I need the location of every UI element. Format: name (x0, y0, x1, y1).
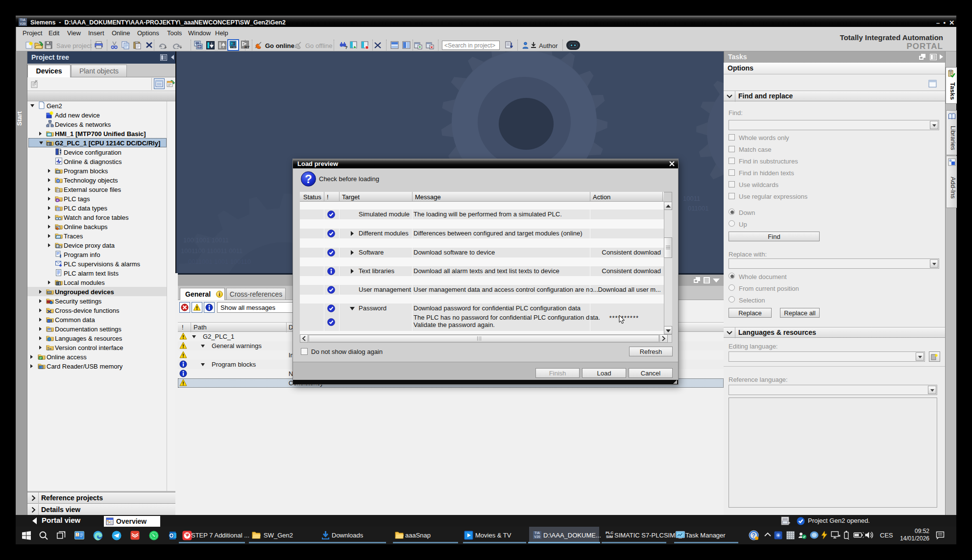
svg-text:?: ? (57, 161, 59, 164)
svg-text:01: 01 (198, 45, 202, 48)
svg-text:0011001 1001 100110: 0011001 1001 100110 (188, 258, 251, 265)
svg-text:RT: RT (244, 45, 250, 49)
svg-text:?: ? (345, 45, 348, 49)
svg-text:011001: 011001 (688, 205, 708, 212)
svg-text:10011: 10011 (683, 195, 700, 202)
svg-text:01: 01 (57, 189, 60, 192)
svg-text:1001100 110011 0011: 1001100 110011 0011 (181, 247, 243, 255)
svg-text:?: ? (752, 532, 755, 539)
svg-text:100 1001 10011: 100 1001 10011 (183, 236, 229, 244)
